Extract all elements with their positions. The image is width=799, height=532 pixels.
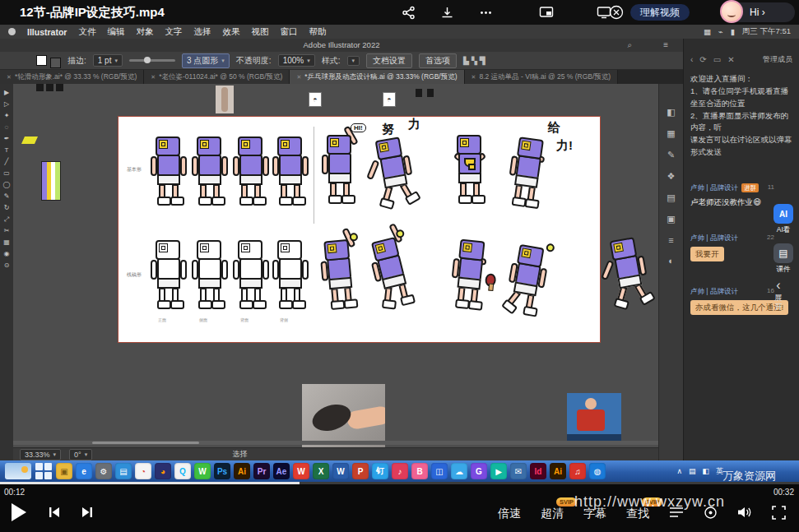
menu-item[interactable]: 效果 (222, 26, 239, 38)
download-icon[interactable] (440, 6, 454, 20)
horizontal-scrollbar[interactable] (13, 441, 658, 445)
tray-expand-icon[interactable]: ∧ (676, 467, 682, 475)
courseware-button[interactable]: ▤ 课件 (769, 243, 797, 275)
close-icon[interactable] (609, 5, 624, 23)
fullscreen-icon[interactable] (772, 506, 786, 523)
taskbar-app-firefox[interactable]: ◕ (155, 463, 171, 479)
popout-icon[interactable]: ▭ (713, 55, 721, 64)
search-icon[interactable]: ⌕ (627, 41, 632, 49)
tray-network-icon[interactable]: ▤ (689, 467, 696, 475)
taskbar-app-qq[interactable]: Q (174, 463, 191, 479)
tab-close-icon[interactable]: ✕ (151, 74, 156, 81)
style-select[interactable]: ▾ (347, 56, 360, 66)
document-tab[interactable]: ✕*轮滑动形象.ai* @ 33.33 % (RGB/预览) (0, 70, 144, 84)
taskbar-app-game-center[interactable]: G (471, 463, 487, 479)
menu-illustrator[interactable]: Illustrator (27, 27, 67, 37)
taskbar-app-video-app[interactable]: ▶ (490, 463, 507, 479)
refresh-icon[interactable]: ⟳ (699, 55, 706, 64)
document-setup-button[interactable]: 文档设置 (366, 53, 412, 68)
opacity-select[interactable]: 100% ▾ (278, 54, 315, 67)
taskbar-app-netease[interactable]: ♫ (569, 463, 586, 479)
close-panel-icon[interactable]: ✕ (727, 55, 734, 64)
line-tool-icon[interactable]: ╱ (5, 158, 9, 165)
menu-item[interactable]: 对象 (136, 26, 153, 38)
taskbar-app-illustrator-2[interactable]: Ai (550, 463, 566, 479)
rotation-select[interactable]: 0° ▾ (69, 449, 92, 460)
taskbar-app-indesign[interactable]: Id (530, 463, 546, 479)
tab-close-icon[interactable]: ✕ (472, 74, 476, 81)
menu-item[interactable]: 文字 (165, 26, 182, 38)
more-icon[interactable] (479, 6, 493, 20)
taskbar-app-chrome[interactable]: ◔ (135, 463, 151, 479)
share-icon[interactable] (402, 6, 416, 20)
understand-video-button[interactable]: 理解视频 (630, 4, 690, 21)
document-tab[interactable]: ✕*老位姿-011024.ai* @ 50 % (RGB/预览) (144, 70, 290, 84)
stroke-swatch[interactable] (50, 58, 61, 68)
account-pill[interactable]: Hi › (721, 2, 795, 22)
progress-bar[interactable] (0, 482, 799, 484)
play-button[interactable] (10, 502, 28, 525)
taskbar-app-store[interactable]: ▤ (115, 463, 132, 479)
tab-close-icon[interactable]: ✕ (7, 74, 12, 81)
libraries-panel-icon[interactable]: ≡ (668, 235, 673, 245)
taskbar-app-cloud[interactable]: ☁ (451, 463, 467, 479)
taskbar-app-baidu-pan[interactable]: ◫ (431, 463, 448, 479)
taskbar-app-powerpoint[interactable]: P (352, 463, 369, 479)
tab-close-icon[interactable]: ✕ (296, 74, 301, 81)
taskbar-app-settings[interactable]: ⚙ (95, 463, 112, 479)
swatches-panel-icon[interactable]: ▦ (667, 128, 675, 139)
align-icons[interactable]: ▙▚▜ (463, 57, 488, 65)
eyedropper-tool-icon[interactable]: ◉ (4, 250, 10, 257)
magic-wand-tool-icon[interactable]: ✦ (4, 112, 10, 119)
scissors-tool-icon[interactable]: ✂ (4, 227, 10, 234)
zoom-tool-icon[interactable]: ⊙ (4, 261, 10, 269)
taskbar-app-excel[interactable]: X (313, 463, 329, 479)
brushes-panel-icon[interactable]: ✎ (667, 150, 675, 160)
start-button[interactable] (35, 462, 53, 480)
taskbar-app-bilibili[interactable]: B (411, 463, 428, 479)
direct-selection-tool-icon[interactable]: ▷ (4, 100, 9, 108)
ellipse-tool-icon[interactable]: ◯ (3, 181, 11, 188)
menu-item[interactable]: 窗口 (280, 26, 297, 38)
volume-icon[interactable] (737, 506, 752, 522)
stroke-width-select[interactable]: 1 pt ▾ (93, 54, 123, 67)
taskbar-app-browser-2[interactable]: ◍ (589, 463, 606, 479)
gradient-tool-icon[interactable]: ▦ (3, 238, 10, 246)
properties-panel-icon[interactable]: ◐ (668, 256, 674, 266)
taskbar-app-after-effects[interactable]: Ae (273, 463, 290, 479)
taskbar-app-folder[interactable]: ▣ (56, 463, 72, 479)
selection-tool-icon[interactable]: ▶ (4, 89, 9, 96)
taskbar-app-mail[interactable]: ✉ (510, 463, 527, 479)
menu-item[interactable]: 文件 (78, 26, 95, 38)
taskbar-app-music[interactable]: ♪ (392, 463, 408, 479)
artboards-panel-icon[interactable]: ▣ (667, 214, 675, 224)
previous-button[interactable] (48, 506, 61, 522)
expand-button[interactable]: ‹ 展开 (773, 280, 783, 311)
rotate-tool-icon[interactable]: ↻ (4, 204, 10, 211)
taskbar-app-illustrator[interactable]: Ai (234, 463, 250, 479)
speed-button[interactable]: 倍速 (498, 507, 521, 521)
ai-assistant-button[interactable]: AI AI看 (769, 204, 797, 235)
collapse-panel-icon[interactable]: ‹ (690, 55, 693, 64)
paintbrush-tool-icon[interactable]: ✎ (4, 192, 10, 200)
menu-item[interactable]: 选择 (193, 26, 211, 38)
workspace-menu-icon[interactable]: ≡ (663, 41, 668, 49)
next-button[interactable] (81, 506, 94, 522)
quality-button[interactable]: 超清SVIP (541, 507, 564, 521)
zoom-level-select[interactable]: 33.33% ▾ (20, 449, 61, 460)
scale-tool-icon[interactable]: ⤢ (4, 215, 9, 223)
menu-item[interactable]: 编辑 (107, 26, 124, 38)
type-tool-icon[interactable]: T (5, 146, 9, 154)
taskbar-app-photoshop[interactable]: Ps (214, 463, 230, 479)
layers-panel-icon[interactable]: ▤ (667, 192, 675, 203)
tray-volume-icon[interactable]: ◧ (702, 467, 709, 475)
brush-definition-select[interactable]: 3 点圆形 ▾ (182, 53, 230, 68)
canvas[interactable]: ◓ ◓ HI!努力给力!基本形线稿形正面侧面背面背侧 33.33% ▾ (13, 84, 658, 460)
weather-widget[interactable] (5, 463, 31, 479)
apple-icon[interactable] (8, 28, 16, 35)
menu-item[interactable]: 视图 (251, 26, 268, 38)
color-panel-icon[interactable]: ◧ (667, 107, 675, 118)
preferences-button[interactable]: 首选项 (419, 53, 457, 68)
lasso-tool-icon[interactable]: ◌ (5, 123, 9, 131)
document-tab[interactable]: ✕*乒乓球形及动态设计稿.ai @ 33.33% (RGB/预览) (290, 70, 464, 84)
